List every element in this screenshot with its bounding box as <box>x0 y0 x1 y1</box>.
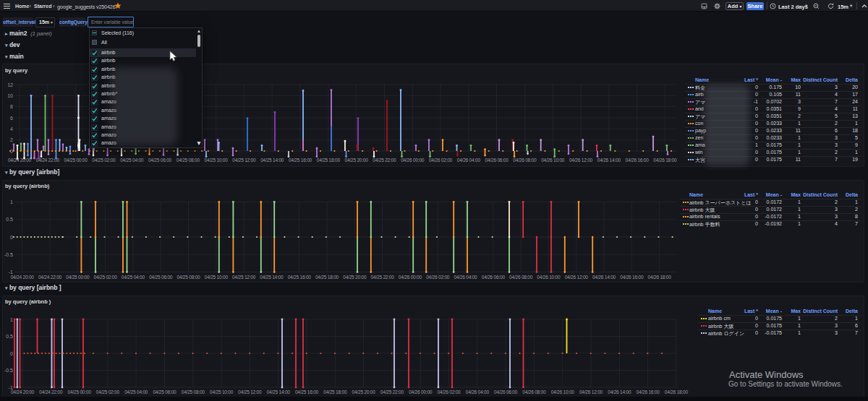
svg-text:04/25 06:00: 04/25 06:00 <box>153 389 176 394</box>
svg-text:2: 2 <box>10 137 13 142</box>
svg-text:04/26 08:00: 04/26 08:00 <box>522 389 546 394</box>
svg-text:04/26 06:00: 04/26 06:00 <box>482 275 506 280</box>
svg-text:04/25 18:00: 04/25 18:00 <box>315 275 339 280</box>
svg-text:04/26 04:00: 04/26 04:00 <box>457 158 481 163</box>
svg-text:04/24 20:00: 04/24 20:00 <box>11 389 35 394</box>
svg-text:04/25 04:00: 04/25 04:00 <box>120 158 144 163</box>
svg-text:04/26 10:00: 04/26 10:00 <box>551 389 575 394</box>
svg-text:04/25 00:00: 04/25 00:00 <box>64 158 88 163</box>
svg-text:04/26 18:00: 04/26 18:00 <box>665 389 689 394</box>
svg-text:04/25 06:00: 04/25 06:00 <box>148 158 172 163</box>
svg-text:04/24 22:00: 04/24 22:00 <box>39 389 63 394</box>
svg-text:04/25 20:00: 04/25 20:00 <box>343 275 367 280</box>
svg-text:04/25 08:00: 04/25 08:00 <box>176 158 200 163</box>
svg-text:04/25 10:00: 04/25 10:00 <box>205 275 229 280</box>
svg-text:04/26 16:00: 04/26 16:00 <box>637 389 660 394</box>
svg-text:04/26 16:00: 04/26 16:00 <box>626 158 650 163</box>
svg-text:04/26 10:00: 04/26 10:00 <box>537 275 561 280</box>
svg-text:04/26 14:00: 04/26 14:00 <box>608 389 631 394</box>
svg-text:12: 12 <box>7 82 13 87</box>
svg-text:04/25 16:00: 04/25 16:00 <box>288 275 312 280</box>
svg-text:8: 8 <box>10 104 13 109</box>
svg-text:04/26 08:00: 04/26 08:00 <box>513 158 537 163</box>
svg-text:04/25 14:00: 04/25 14:00 <box>267 389 291 394</box>
svg-text:0: 0 <box>10 235 13 240</box>
svg-text:04/25 06:00: 04/25 06:00 <box>149 275 173 280</box>
svg-text:04/26 12:00: 04/26 12:00 <box>579 389 603 394</box>
svg-text:6: 6 <box>10 116 13 121</box>
svg-text:0.5: 0.5 <box>6 217 13 222</box>
svg-text:04/25 08:00: 04/25 08:00 <box>182 389 205 394</box>
svg-text:04/26 02:00: 04/26 02:00 <box>426 275 450 280</box>
svg-text:04/25 18:00: 04/25 18:00 <box>323 389 347 394</box>
svg-text:04/26 04:00: 04/26 04:00 <box>466 389 490 394</box>
svg-text:04/26 00:00: 04/26 00:00 <box>399 275 422 280</box>
svg-text:04/24 20:00: 04/24 20:00 <box>8 158 32 163</box>
svg-text:04/25 16:00: 04/25 16:00 <box>295 389 319 394</box>
svg-text:04/25 22:00: 04/25 22:00 <box>380 389 404 394</box>
svg-text:04/25 02:00: 04/25 02:00 <box>92 158 116 163</box>
svg-text:04/26 12:00: 04/26 12:00 <box>565 275 589 280</box>
svg-text:1: 1 <box>10 199 13 204</box>
svg-text:04/26 00:00: 04/26 00:00 <box>409 389 433 394</box>
svg-text:04/26 08:00: 04/26 08:00 <box>509 275 533 280</box>
svg-text:04/25 02:00: 04/25 02:00 <box>94 275 118 280</box>
svg-text:0.5: 0.5 <box>6 334 13 339</box>
svg-text:04/24 22:00: 04/24 22:00 <box>38 275 62 280</box>
svg-text:-0.5: -0.5 <box>4 252 13 257</box>
svg-text:-0.5: -0.5 <box>4 368 13 373</box>
svg-text:04/26 12:00: 04/26 12:00 <box>569 158 593 163</box>
svg-text:04/26 06:00: 04/26 06:00 <box>485 158 509 163</box>
svg-text:04/26 10:00: 04/26 10:00 <box>541 158 565 163</box>
svg-text:04/25 20:00: 04/25 20:00 <box>352 389 376 394</box>
svg-text:04/26 14:00: 04/26 14:00 <box>592 275 616 280</box>
svg-text:1: 1 <box>10 317 13 322</box>
svg-text:04/26 14:00: 04/26 14:00 <box>597 158 621 163</box>
svg-text:04/26 18:00: 04/26 18:00 <box>653 158 677 163</box>
svg-text:04/25 14:00: 04/25 14:00 <box>260 275 284 280</box>
svg-text:4: 4 <box>10 126 13 131</box>
svg-text:04/25 12:00: 04/25 12:00 <box>232 158 256 163</box>
svg-text:04/25 00:00: 04/25 00:00 <box>66 275 90 280</box>
svg-text:04/25 10:00: 04/25 10:00 <box>210 389 234 394</box>
svg-text:04/25 08:00: 04/25 08:00 <box>176 275 200 280</box>
svg-text:04/25 22:00: 04/25 22:00 <box>371 275 395 280</box>
svg-text:0: 0 <box>10 351 13 356</box>
svg-text:04/25 18:00: 04/25 18:00 <box>317 158 341 163</box>
svg-text:04/25 14:00: 04/25 14:00 <box>260 158 284 163</box>
svg-text:04/25 12:00: 04/25 12:00 <box>232 275 256 280</box>
svg-text:04/25 20:00: 04/25 20:00 <box>345 158 369 163</box>
svg-text:04/25 12:00: 04/25 12:00 <box>238 389 262 394</box>
svg-text:04/26 02:00: 04/26 02:00 <box>429 158 453 163</box>
svg-text:04/26 02:00: 04/26 02:00 <box>437 389 461 394</box>
svg-text:04/25 04:00: 04/25 04:00 <box>124 389 148 394</box>
svg-text:04/26 06:00: 04/26 06:00 <box>494 389 518 394</box>
svg-text:04/26 18:00: 04/26 18:00 <box>648 275 672 280</box>
svg-text:04/26 00:00: 04/26 00:00 <box>401 158 425 163</box>
svg-text:04/26 16:00: 04/26 16:00 <box>620 275 644 280</box>
svg-text:04/25 00:00: 04/25 00:00 <box>68 389 92 394</box>
svg-text:04/25 16:00: 04/25 16:00 <box>289 158 312 163</box>
svg-text:04/25 02:00: 04/25 02:00 <box>96 389 120 394</box>
svg-text:10: 10 <box>7 93 13 98</box>
svg-text:04/24 20:00: 04/24 20:00 <box>11 275 35 280</box>
svg-text:04/26 04:00: 04/26 04:00 <box>454 275 477 280</box>
svg-text:04/25 10:00: 04/25 10:00 <box>205 158 229 163</box>
svg-text:04/25 22:00: 04/25 22:00 <box>373 158 396 163</box>
svg-text:04/25 04:00: 04/25 04:00 <box>122 275 145 280</box>
